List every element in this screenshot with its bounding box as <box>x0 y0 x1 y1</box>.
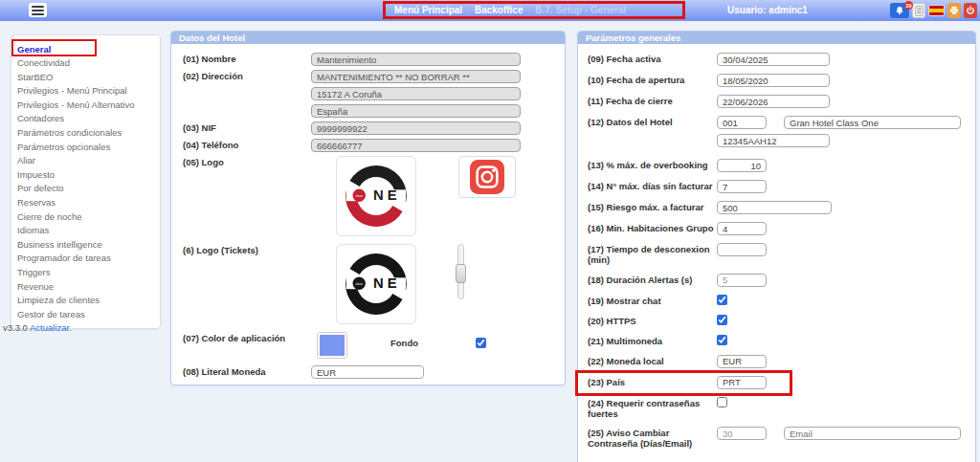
sidebar-item-contadores[interactable]: Contadores <box>11 111 160 125</box>
spain-flag-icon[interactable] <box>928 5 945 16</box>
field-datos-hotel: (12) Datos del Hotel <box>588 116 966 129</box>
field-logo-tickets: (6) Logo (Tickets) class N E <box>183 244 553 324</box>
field-fecha-activa: (09) Fecha activa <box>588 53 966 66</box>
color-swatch <box>320 335 345 356</box>
field-riesgo: (15) Riesgo máx. a facturar <box>588 201 966 214</box>
print-button[interactable] <box>947 3 961 18</box>
field-multimoneda: (21) Multimoneda <box>588 335 966 347</box>
literal-moneda-input[interactable] <box>311 365 424 379</box>
sidebar-item-programador-de-tareas[interactable]: Programador de tareas <box>11 251 160 265</box>
sidebar-item-aliar[interactable]: Aliar <box>11 153 160 167</box>
fecha-cierre-input[interactable] <box>717 95 830 108</box>
min-habitaciones-input[interactable] <box>717 222 767 235</box>
field-nif: (03) NIF <box>183 121 553 135</box>
hotel-data-panel: Datos del Hotel (01) Nombre (02) Direcci… <box>170 31 566 385</box>
fecha-apertura-input[interactable] <box>717 74 830 87</box>
duracion-alertas-input[interactable] <box>717 274 767 287</box>
sidebar-item-cierre-de-noche[interactable]: Cierre de noche <box>11 209 160 223</box>
app-color-picker[interactable] <box>317 332 347 359</box>
field-dias-sin-facturar: (14) N° máx. días sin facturar <box>588 180 966 193</box>
aviso-email-input[interactable] <box>784 427 961 440</box>
mostrar-chat-checkbox[interactable] <box>717 295 727 305</box>
sidebar-item-limpieza-de-clientes[interactable]: Limpieza de clientes <box>11 293 160 307</box>
user-label: Usuario: adminc1 <box>727 5 808 15</box>
nombre-input[interactable] <box>311 53 521 66</box>
sidebar-item-general[interactable]: General <box>11 41 160 55</box>
riesgo-input[interactable] <box>717 201 832 214</box>
breadcrumb-backoffice[interactable]: Backoffice <box>475 5 523 15</box>
pais-input[interactable] <box>717 376 767 389</box>
app-window: Menú Principal / Backoffice / B.7. Setup… <box>0 0 980 462</box>
dias-sin-facturar-input[interactable] <box>717 180 767 193</box>
field-moneda-local: (22) Moneda local <box>588 355 966 368</box>
sidebar-item-reservas[interactable]: Reservas <box>11 195 160 209</box>
sidebar-item-conectividad[interactable]: Conectividad <box>11 55 160 70</box>
breadcrumb-current-page: B.7. Setup - General <box>535 5 626 15</box>
tickets-logo-upload[interactable]: class N E <box>336 244 416 324</box>
sidebar-item-por-defecto[interactable]: Por defecto <box>11 181 160 195</box>
fecha-activa-input[interactable] <box>717 53 830 66</box>
field-mostrar-chat: (19) Mostrar chat <box>588 295 966 307</box>
hotel-logo-upload[interactable]: class N E <box>336 156 416 236</box>
sidebar-item-idiomas[interactable]: Idiomas <box>11 223 160 237</box>
field-color-aplicacion: (07) Color de aplicación Fondo <box>183 332 553 359</box>
version-info: v3.3.0 Actualizar. <box>3 322 72 333</box>
topbar-icons: 29 <box>890 3 977 18</box>
breadcrumb-menu-principal[interactable]: Menú Principal <box>394 5 462 15</box>
update-link[interactable]: Actualizar. <box>30 322 72 333</box>
breadcrumb-separator: / <box>467 5 470 15</box>
svg-text:E: E <box>388 275 397 291</box>
telefono-input[interactable] <box>311 139 521 152</box>
secondary-logo-box[interactable] <box>458 156 516 198</box>
field-datos-hotel-reg <box>588 134 966 147</box>
sidebar-item-parametros-condicionales[interactable]: Parámetros condicionales <box>11 125 160 140</box>
breadcrumb: Menú Principal / Backoffice / B.7. Setup… <box>394 5 626 15</box>
printer-icon <box>949 6 959 15</box>
field-min-habitaciones: (16) Min. Habitaciones Grupo <box>588 222 966 235</box>
sidebar-item-privilegios-principal[interactable]: Privilegios - Menú Principal <box>11 83 160 98</box>
sidebar-item-parametros-opcionales[interactable]: Parámetros opcionales <box>11 139 160 153</box>
hotel-name-input[interactable] <box>784 116 961 129</box>
class-one-logo: class N E <box>341 161 412 231</box>
sidebar-item-revenue[interactable]: Revenue <box>11 278 160 293</box>
breadcrumb-separator: / <box>527 5 530 15</box>
sidebar-menu: General Conectividad StarBEO Privilegios… <box>11 34 161 329</box>
sidebar-item-privilegios-alternativo[interactable]: Privilegios - Menú Alternativo <box>11 97 160 111</box>
direccion-input-3[interactable] <box>311 104 521 118</box>
hamburger-menu-icon[interactable] <box>29 3 47 17</box>
sidebar-item-starbeo[interactable]: StarBEO <box>11 69 160 83</box>
direccion-input-2[interactable] <box>311 87 521 100</box>
overbooking-input[interactable] <box>717 159 767 172</box>
sidebar-item-gestor-de-tareas[interactable]: Gestor de tareas <box>11 306 160 320</box>
field-https: (20) HTTPS <box>588 315 966 327</box>
multimoneda-checkbox[interactable] <box>717 335 727 345</box>
nif-input[interactable] <box>311 121 521 135</box>
version-number: v3.3.0 <box>3 322 28 333</box>
slider-thumb[interactable] <box>456 264 466 283</box>
field-tiempo-desconexion: (17) Tiempo de desconexion (min) <box>588 243 966 266</box>
tiempo-desconexion-input[interactable] <box>717 243 767 256</box>
hotel-code-input[interactable] <box>717 116 767 129</box>
field-logo: (05) Logo class N E <box>183 156 553 236</box>
svg-text:class: class <box>355 282 363 286</box>
fondo-checkbox[interactable] <box>476 338 486 348</box>
hotel-reg-input[interactable] <box>717 134 830 147</box>
journal-button[interactable] <box>912 3 925 18</box>
svg-text:N: N <box>373 275 384 291</box>
journal-icon <box>915 6 924 16</box>
sidebar-item-business-intelligence[interactable]: Business intelligence <box>11 236 160 251</box>
https-checkbox[interactable] <box>717 315 727 325</box>
sidebar-item-impuesto[interactable]: Impuesto <box>11 166 160 181</box>
logout-button[interactable] <box>964 3 977 18</box>
bell-icon <box>895 6 904 15</box>
sidebar-item-triggers[interactable]: Triggers <box>11 265 160 279</box>
direccion-input-1[interactable] <box>311 70 521 83</box>
field-fecha-apertura: (10) Fecha de apertura <box>588 74 966 87</box>
aviso-dias-input[interactable] <box>717 427 767 440</box>
moneda-local-input[interactable] <box>717 355 767 368</box>
fondo-label: Fondo <box>390 332 418 348</box>
contrasenas-fuertes-checkbox[interactable] <box>717 397 727 407</box>
notifications-button[interactable]: 29 <box>890 3 909 18</box>
field-telefono: (04) Teléfono <box>183 139 553 152</box>
logo-size-slider[interactable] <box>457 244 464 299</box>
